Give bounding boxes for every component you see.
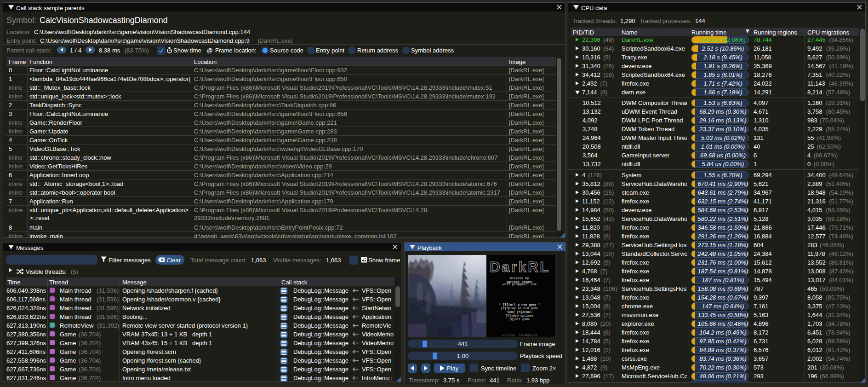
svg-text:[V]ideo options: [V]ideo options: [505, 314, 533, 318]
svg-text:Game [M]anual: Game [M]anual: [507, 310, 531, 314]
svg-text:Created by: Created by: [510, 277, 529, 280]
svg-text:_: _: [551, 333, 554, 337]
svg-text:version: 15c455ee76: version: 15c455ee76: [502, 334, 537, 337]
svg-text:[Q]uit game: [Q]uit game: [509, 318, 530, 321]
svg-text:[R]eplay an old game: [R]eplay an old game: [501, 306, 538, 310]
svg-text:DarkRL: DarkRL: [490, 259, 550, 275]
svg-text:* [S]tart a new game *: * [S]tart a new game *: [499, 303, 540, 306]
svg-text:wolf.pld@gmail.com: wolf.pld@gmail.com: [503, 283, 536, 286]
